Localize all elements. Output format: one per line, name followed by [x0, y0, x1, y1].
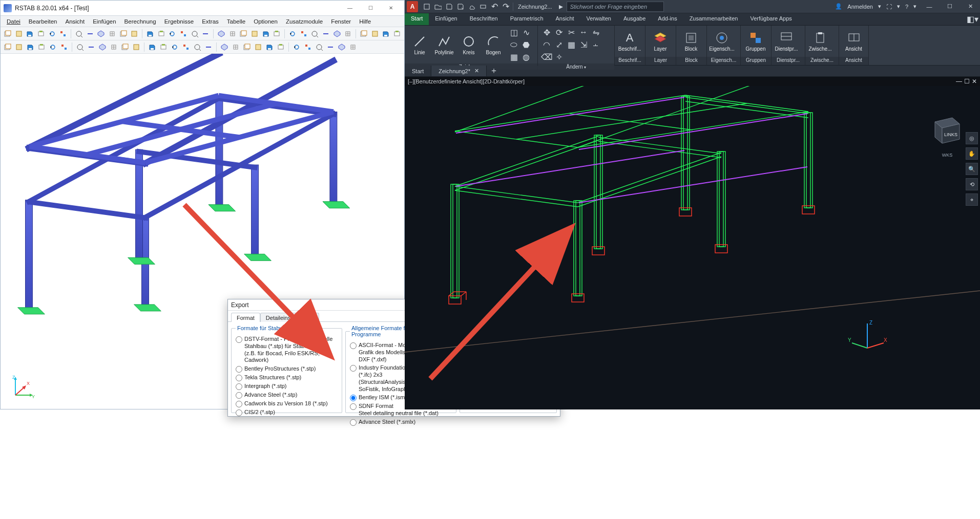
- panel-title-eigenschaften[interactable]: Eigensch...: [707, 57, 740, 65]
- menu-datei[interactable]: Datei: [3, 17, 25, 26]
- toolbar-button[interactable]: [261, 29, 271, 39]
- btn-layer[interactable]: Layer: [649, 30, 672, 53]
- vp-max-icon[interactable]: ☐: [964, 78, 970, 85]
- acad-close-button[interactable]: ✕: [963, 3, 978, 10]
- toolbar-button[interactable]: [47, 29, 57, 39]
- toolbar-button[interactable]: [291, 42, 302, 52]
- toolbar-button[interactable]: [48, 42, 58, 52]
- acad-signin[interactable]: Anmelden: [847, 4, 873, 10]
- toolbar-button[interactable]: [337, 42, 347, 52]
- toolbar-button[interactable]: [118, 29, 129, 39]
- export-option[interactable]: Cadwork bis zu Version 18 (*.stp): [236, 400, 338, 407]
- toolbar-button[interactable]: [227, 29, 238, 39]
- menu-fenster[interactable]: Fenster: [327, 17, 355, 26]
- toolbar-button[interactable]: [25, 29, 35, 39]
- toolbar-button[interactable]: [25, 42, 35, 52]
- menu-tabelle[interactable]: Tabelle: [223, 17, 249, 26]
- export-option[interactable]: Advance Steel (*.stp): [236, 392, 338, 399]
- radio-input[interactable]: [236, 366, 242, 373]
- toolbar-button[interactable]: [359, 29, 369, 39]
- rstab-titlebar[interactable]: RSTAB 8.20.01 x64 - [Test] — ☐ ✕: [1, 1, 404, 16]
- rtab-ansicht[interactable]: Ansicht: [550, 13, 580, 25]
- toolbar-button[interactable]: [158, 42, 169, 52]
- toolbar-button[interactable]: [131, 42, 141, 52]
- toolbar-button[interactable]: [219, 42, 230, 52]
- qat-plot-icon[interactable]: [477, 1, 489, 12]
- toolbar-button[interactable]: [75, 42, 85, 52]
- mod-offset[interactable]: ⫠: [590, 39, 601, 50]
- toolbar-button[interactable]: [190, 29, 200, 39]
- toolbar-button[interactable]: [264, 42, 275, 52]
- panel-title-aendern[interactable]: Ändern: [538, 63, 614, 70]
- toolbar-button[interactable]: [129, 29, 139, 39]
- radio-input[interactable]: [236, 392, 242, 399]
- panel-title-ansicht[interactable]: Ansicht: [839, 57, 868, 65]
- draw-small-4[interactable]: ∿: [520, 27, 532, 38]
- toolbar-button[interactable]: [203, 42, 214, 52]
- draw-small-5[interactable]: ⬣: [520, 39, 532, 50]
- toolbar-button[interactable]: [147, 42, 157, 52]
- radio-input[interactable]: [350, 342, 357, 349]
- panel-title-beschriften[interactable]: Beschrif...: [615, 57, 645, 65]
- toolbar-button[interactable]: [314, 42, 324, 52]
- doctab-start[interactable]: Start: [405, 66, 431, 76]
- toolbar-button[interactable]: [287, 29, 298, 39]
- radio-input[interactable]: [350, 419, 357, 426]
- toolbar-button[interactable]: [249, 29, 260, 39]
- acad-exchange-icon[interactable]: ⛶: [886, 4, 892, 10]
- toolbar-button[interactable]: [216, 29, 226, 39]
- toolbar-button[interactable]: [370, 29, 380, 39]
- panel-title-dienstpr[interactable]: Dienstpr...: [772, 57, 805, 65]
- autocad-app-icon[interactable]: A: [407, 1, 418, 12]
- panel-title-zwische[interactable]: Zwische...: [805, 57, 839, 65]
- toolbar-button[interactable]: [96, 29, 106, 39]
- radio-input[interactable]: [236, 336, 242, 343]
- rstab-min-button[interactable]: —: [340, 1, 360, 15]
- mod-mirror[interactable]: ⇋: [590, 27, 601, 38]
- toolbar-button[interactable]: [178, 29, 189, 39]
- qat-cloud-icon[interactable]: [466, 1, 477, 12]
- toolbar-button[interactable]: [59, 42, 69, 52]
- qat-new-icon[interactable]: [421, 1, 432, 12]
- acad-min-button[interactable]: —: [922, 4, 937, 10]
- toolbar-button[interactable]: [86, 42, 96, 52]
- toolbar-button[interactable]: [242, 42, 252, 52]
- mod-explode[interactable]: ✧: [553, 51, 565, 62]
- radio-input[interactable]: [236, 401, 242, 407]
- toolbar-button[interactable]: [181, 42, 191, 52]
- btn-kreis[interactable]: Kreis: [457, 33, 481, 56]
- export-option[interactable]: Tekla Structures (*.stp): [236, 374, 338, 381]
- menu-bearbeiten[interactable]: Bearbeiten: [25, 17, 61, 26]
- btn-block[interactable]: Block: [679, 30, 703, 53]
- btn-polylinie[interactable]: Polylinie: [432, 33, 456, 56]
- btn-eigenschaften[interactable]: Eigensch...: [710, 30, 734, 53]
- btn-gruppen[interactable]: Gruppen: [744, 30, 767, 53]
- ribbon-collapse-icon[interactable]: ◧▾: [965, 13, 980, 25]
- tab-detaileinstellungen[interactable]: Detaileinstellungen: [260, 313, 319, 322]
- vp-close-icon[interactable]: ✕: [972, 78, 977, 85]
- toolbar-button[interactable]: [325, 42, 336, 52]
- menu-einfuegen[interactable]: Einfügen: [89, 17, 120, 26]
- toolbar-button[interactable]: [167, 29, 177, 39]
- toolbar-button[interactable]: [14, 42, 24, 52]
- toolbar-button[interactable]: [231, 42, 241, 52]
- mod-ext[interactable]: ↔: [578, 27, 589, 38]
- toolbar-button[interactable]: [381, 29, 391, 39]
- qat-open-icon[interactable]: [432, 1, 444, 12]
- mod-stretch[interactable]: ⇲: [578, 39, 589, 50]
- toolbar-button[interactable]: [58, 29, 68, 39]
- menu-ansicht[interactable]: Ansicht: [61, 17, 89, 26]
- toolbar-button[interactable]: [276, 42, 286, 52]
- toolbar-button[interactable]: [3, 29, 13, 39]
- tab-format[interactable]: Format: [231, 313, 260, 322]
- menu-optionen[interactable]: Optionen: [249, 17, 282, 26]
- toolbar-button[interactable]: [145, 29, 155, 39]
- panel-title-block[interactable]: Block: [676, 57, 706, 65]
- rtab-einfuegen[interactable]: Einfügen: [429, 13, 463, 25]
- mod-array[interactable]: ▦: [566, 39, 577, 50]
- export-option[interactable]: Intergraph (*.stp): [236, 383, 338, 390]
- nav-orbit-icon[interactable]: ⟲: [966, 178, 978, 190]
- qat-search-icon[interactable]: ▸: [555, 1, 567, 12]
- radio-input[interactable]: [236, 409, 242, 416]
- toolbar-button[interactable]: [192, 42, 202, 52]
